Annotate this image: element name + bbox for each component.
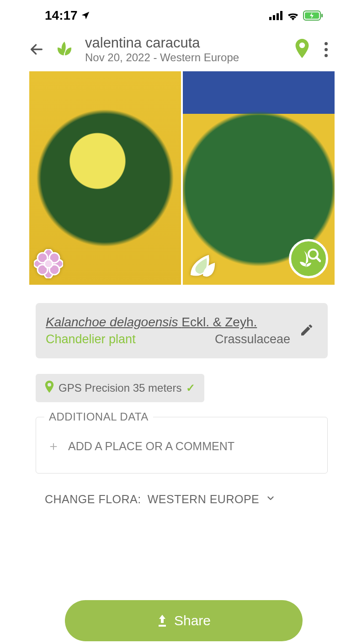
more-menu-button[interactable] [317,38,335,61]
scientific-name-line[interactable]: Kalanchoe delagoensis Eckl. & Zeyh. [46,315,290,330]
app-logo [53,39,76,59]
species-card: Kalanchoe delagoensis Eckl. & Zeyh. Chan… [36,303,328,358]
svg-line-17 [316,257,320,261]
upload-icon [157,615,168,627]
svg-rect-6 [321,14,323,17]
header-titles: valentina caracuta Nov 20, 2022 - Wester… [83,35,287,64]
additional-data-legend: ADDITIONAL DATA [44,410,153,423]
status-bar: 14:17 [0,0,346,27]
app-header: valentina caracuta Nov 20, 2022 - Wester… [0,27,346,71]
check-icon: ✓ [186,382,195,394]
family-name: Crassulaceae [215,332,290,346]
dot-icon [325,48,328,51]
dot-icon [325,54,328,57]
svg-point-15 [44,260,53,268]
svg-rect-3 [280,11,282,20]
back-button[interactable] [27,40,46,59]
chevron-down-icon [266,493,276,506]
organ-badge-flower[interactable] [34,249,63,280]
header-title: valentina caracuta [85,35,287,51]
flower-icon [34,249,63,278]
svg-rect-2 [277,13,279,20]
observation-photo-leaf[interactable] [183,71,335,285]
svg-rect-1 [273,15,275,20]
content-area: Kalanchoe delagoensis Eckl. & Zeyh. Chan… [0,303,346,506]
map-pin-icon [295,39,309,58]
gps-precision-chip[interactable]: GPS Precision 35 meters ✓ [36,374,204,402]
wifi-icon [287,11,299,21]
status-indicators [269,11,323,21]
location-button[interactable] [295,39,309,60]
share-label: Share [174,613,211,628]
leaf-icon [187,253,217,278]
observation-photo-flower[interactable] [29,71,181,285]
organ-badge-leaf[interactable] [187,253,217,280]
scientific-authority: Eckl. & Zeyh. [181,315,257,329]
identify-button[interactable] [289,239,328,278]
change-flora-prefix: CHANGE FLORA: [45,493,141,506]
cellular-icon [269,11,283,20]
scientific-name: Kalanchoe delagoensis [46,315,178,329]
gps-precision-label: GPS Precision 35 meters [59,382,181,394]
header-subtitle: Nov 20, 2022 - Western Europe [85,51,287,64]
dot-icon [325,42,328,45]
add-comment-button[interactable]: ＋ ADD A PLACE OR A COMMENT [47,437,316,455]
plus-icon: ＋ [47,437,60,455]
photo-row [29,71,335,285]
additional-data-box: ADDITIONAL DATA ＋ ADD A PLACE OR A COMME… [36,417,328,474]
add-comment-label: ADD A PLACE OR A COMMENT [68,440,234,453]
location-arrow-icon [80,11,90,21]
status-time-group: 14:17 [45,8,90,23]
arrow-left-icon [29,42,44,57]
share-button[interactable]: Share [65,600,303,641]
map-pin-icon [45,380,54,396]
change-flora-button[interactable]: CHANGE FLORA: WESTERN EUROPE [36,493,328,506]
pencil-icon [299,323,314,337]
battery-charging-icon [303,11,323,21]
species-text: Kalanchoe delagoensis Eckl. & Zeyh. Chan… [46,315,290,346]
common-name: Chandelier plant [46,332,136,346]
plant-logo-icon [53,39,76,58]
change-flora-value: WESTERN EUROPE [148,493,260,506]
svg-rect-0 [269,17,271,20]
edit-species-button[interactable] [299,323,314,339]
plant-search-icon [296,246,321,271]
status-time: 14:17 [45,8,78,23]
